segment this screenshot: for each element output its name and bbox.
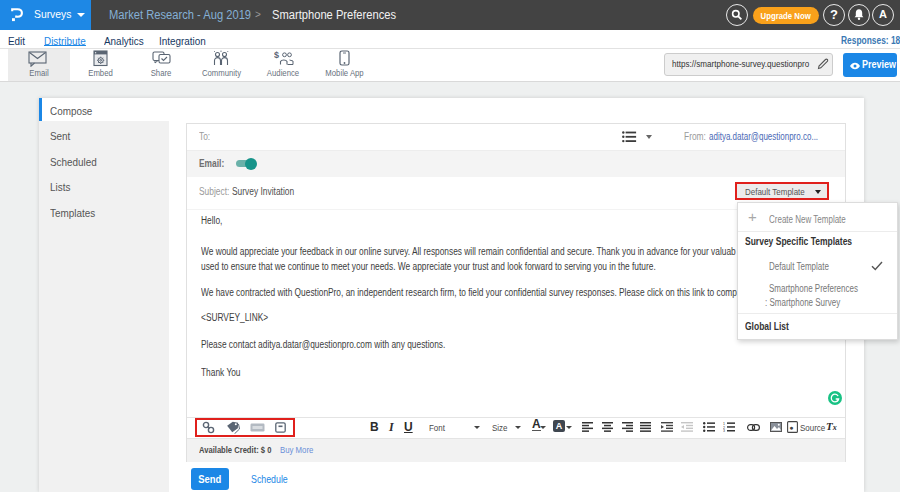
svg-text:●: ● — [789, 424, 793, 431]
svg-text:$: $ — [274, 50, 279, 60]
svg-text:3: 3 — [723, 429, 725, 432]
